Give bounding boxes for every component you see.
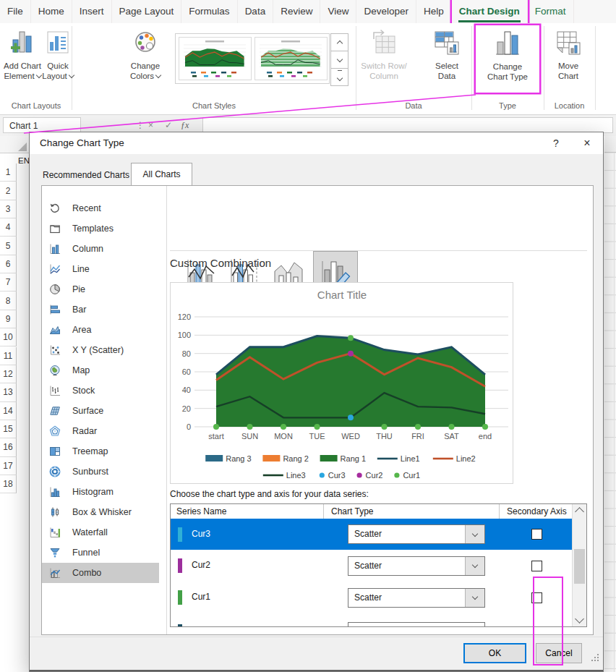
- chart-style-thumbnail-1[interactable]: [179, 37, 252, 80]
- tab-all-charts[interactable]: All Charts: [131, 163, 192, 185]
- row-header-9[interactable]: 9: [0, 310, 17, 328]
- row-header-3[interactable]: 3: [0, 200, 17, 218]
- row-header-17[interactable]: 17: [0, 457, 17, 475]
- ok-button[interactable]: OK: [463, 643, 526, 663]
- add-chart-element-button[interactable]: Add Chart Element: [1, 25, 43, 93]
- row-header-11[interactable]: 11: [0, 347, 17, 365]
- row-header-6[interactable]: 6: [0, 255, 17, 273]
- switch-row-column-button[interactable]: Switch Row/ Column: [360, 25, 408, 93]
- chart-type-dropdown[interactable]: Scatter: [348, 556, 485, 576]
- tab-chart-design[interactable]: Chart Design: [452, 0, 528, 23]
- table-row-cur1[interactable]: Cur1Scatter: [171, 582, 572, 613]
- move-chart-button[interactable]: Move Chart: [548, 25, 589, 93]
- secondary-axis-checkbox[interactable]: [531, 626, 542, 627]
- sidebar-item-line[interactable]: Line: [42, 259, 159, 279]
- sidebar-item-combo[interactable]: Combo: [42, 563, 159, 583]
- sidebar-item-column[interactable]: Column: [42, 239, 159, 259]
- tab-home[interactable]: Home: [31, 0, 72, 23]
- chart-type-dropdown[interactable]: [348, 622, 485, 627]
- row-header-7[interactable]: 7: [0, 273, 17, 292]
- gallery-scroll-up-button[interactable]: [330, 33, 348, 51]
- tab-insert[interactable]: Insert: [72, 0, 112, 23]
- sidebar-item-sunburst[interactable]: Sunburst: [42, 462, 159, 482]
- insert-function-icon[interactable]: ƒx: [181, 117, 189, 133]
- sidebar-item-area[interactable]: Area: [42, 320, 159, 340]
- sidebar-item-radar[interactable]: Radar: [42, 421, 159, 441]
- secondary-axis-checkbox[interactable]: [531, 561, 542, 571]
- tab-help[interactable]: Help: [416, 0, 452, 23]
- tab-view[interactable]: View: [320, 0, 356, 23]
- select-all-icon[interactable]: [18, 143, 27, 151]
- sidebar-item-histogram[interactable]: Histogram: [42, 482, 159, 502]
- table-row-cur2[interactable]: Cur2Scatter: [171, 550, 572, 582]
- sidebar-item-surface[interactable]: Surface: [42, 401, 159, 421]
- sidebar-item-box-whisker[interactable]: Box & Whisker: [42, 502, 159, 522]
- row-header-13[interactable]: 13: [0, 383, 17, 401]
- all-charts-panel: RecentTemplatesColumnLinePieBarAreaX Y (…: [41, 185, 594, 635]
- scrollbar-thumb[interactable]: [574, 549, 585, 584]
- sidebar-item-map[interactable]: Map: [42, 360, 159, 380]
- sidebar-item-waterfall[interactable]: Waterfall: [42, 522, 159, 543]
- row-header-5[interactable]: 5: [0, 237, 17, 255]
- sidebar-item-funnel[interactable]: Funnel: [42, 543, 159, 563]
- select-data-icon: [432, 25, 461, 61]
- secondary-axis-checkbox[interactable]: [531, 529, 542, 540]
- quick-layout-button[interactable]: Quick Layout: [43, 25, 72, 93]
- cancel-button[interactable]: Cancel: [536, 643, 582, 663]
- gallery-more-button[interactable]: [330, 68, 348, 86]
- change-chart-type-button[interactable]: Change Chart Type: [476, 25, 539, 93]
- tab-data[interactable]: Data: [238, 0, 274, 23]
- chart-style-thumbnail-2[interactable]: [254, 37, 328, 80]
- dropdown-button[interactable]: [465, 589, 484, 607]
- name-box[interactable]: Chart 1: [3, 117, 81, 133]
- secondary-axis-checkbox[interactable]: [531, 592, 542, 603]
- tab-formulas[interactable]: Formulas: [181, 0, 237, 23]
- chart-type-dropdown[interactable]: Scatter: [348, 524, 485, 544]
- sidebar-item-templates[interactable]: Templates: [42, 218, 159, 239]
- row-header-4[interactable]: 4: [0, 218, 17, 237]
- row-header-1[interactable]: 1: [0, 163, 17, 182]
- row-header-12[interactable]: 12: [0, 365, 17, 383]
- dropdown-button[interactable]: [465, 557, 484, 575]
- tab-page-layout[interactable]: Page Layout: [112, 0, 182, 23]
- gallery-scroll-down-button[interactable]: [330, 51, 348, 69]
- sidebar-item-label: Pie: [72, 284, 85, 294]
- table-row-cur3[interactable]: Cur3Scatter: [171, 519, 572, 550]
- tab-file[interactable]: File: [0, 0, 31, 23]
- sidebar-item-bar[interactable]: Bar: [42, 299, 159, 320]
- row-header-18[interactable]: 18: [0, 475, 17, 493]
- table-row-partial[interactable]: [171, 616, 572, 627]
- tab-developer[interactable]: Developer: [356, 0, 416, 23]
- sidebar-item-pie[interactable]: Pie: [42, 279, 159, 299]
- row-header-10[interactable]: 10: [0, 328, 17, 346]
- resize-grip[interactable]: [591, 652, 600, 665]
- change-colors-button[interactable]: Change Colors: [121, 25, 169, 93]
- chart-type-dropdown[interactable]: Scatter: [348, 588, 485, 608]
- close-icon[interactable]: ×: [573, 132, 602, 154]
- select-data-button[interactable]: Select Data: [427, 25, 467, 93]
- divider: [30, 637, 603, 637]
- row-header-8[interactable]: 8: [0, 292, 17, 310]
- tab-recommended-charts[interactable]: Recommended Charts: [41, 164, 131, 185]
- row-header-16[interactable]: 16: [0, 438, 17, 456]
- formula-input[interactable]: [202, 117, 613, 133]
- ribbon-tab-bar: FileHomeInsertPage LayoutFormulasDataRev…: [0, 0, 616, 24]
- help-button[interactable]: ?: [542, 132, 570, 154]
- sidebar-item-label: Funnel: [72, 548, 100, 558]
- confirm-entry-icon[interactable]: ✓: [165, 117, 172, 133]
- sidebar-item-treemap[interactable]: Treemap: [42, 441, 159, 462]
- tab-format[interactable]: Format: [528, 0, 574, 23]
- sidebar-item-x-y-scatter[interactable]: X Y (Scatter): [42, 340, 159, 360]
- scroll-up-icon[interactable]: [575, 507, 584, 516]
- sidebar-item-stock[interactable]: Stock: [42, 380, 159, 401]
- table-scrollbar[interactable]: [572, 504, 586, 626]
- tab-review[interactable]: Review: [273, 0, 320, 23]
- sidebar-item-recent[interactable]: Recent: [42, 198, 159, 218]
- scroll-down-icon[interactable]: [575, 614, 584, 624]
- row-header-14[interactable]: 14: [0, 402, 17, 420]
- row-header-2[interactable]: 2: [0, 182, 17, 200]
- cancel-entry-icon[interactable]: ×: [148, 117, 153, 133]
- row-header-15[interactable]: 15: [0, 420, 17, 438]
- quick-layout-icon: [46, 25, 70, 61]
- dropdown-button[interactable]: [465, 525, 484, 543]
